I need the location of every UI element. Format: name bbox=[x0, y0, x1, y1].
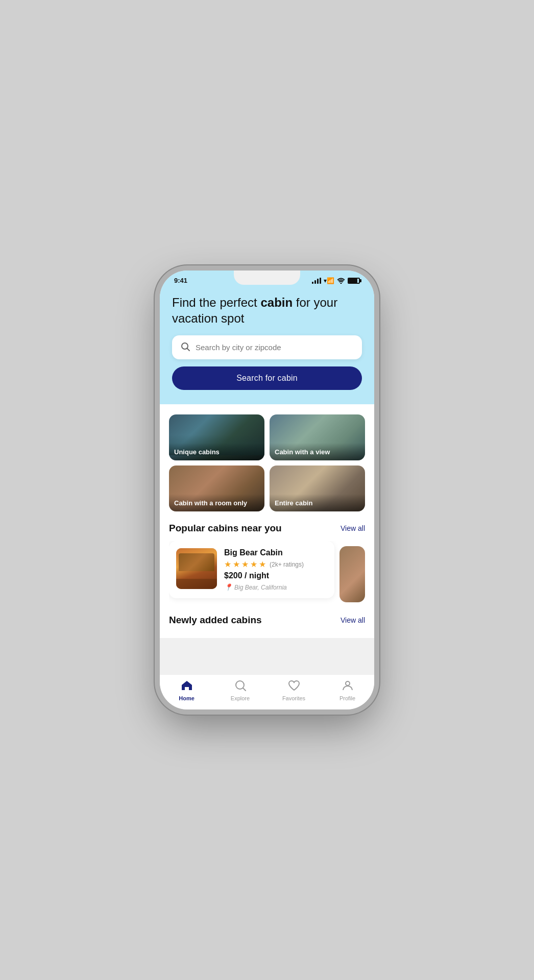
popular-title: Popular cabins near you bbox=[169, 523, 282, 534]
category-overlay: Cabin with a view bbox=[270, 443, 365, 460]
explore-icon bbox=[235, 680, 246, 693]
nav-item-favorites[interactable]: Favorites bbox=[267, 680, 321, 701]
cabin-name: Big Bear Cabin bbox=[224, 548, 327, 557]
cabin-location-text: Big Bear, California bbox=[234, 584, 287, 591]
wifi-icon bbox=[337, 278, 345, 284]
bottom-nav: Home Explore Favorites bbox=[160, 674, 374, 709]
search-input[interactable] bbox=[196, 343, 354, 352]
phone-frame: 9:41 ▾📶 Find the perfect ca bbox=[160, 271, 374, 709]
search-button[interactable]: Search for cabin bbox=[172, 366, 362, 390]
star-3: ★ bbox=[241, 559, 249, 569]
main-content: Unique cabins Cabin with a view Cabin wi… bbox=[160, 404, 374, 638]
nav-item-explore[interactable]: Explore bbox=[213, 680, 267, 701]
category-view-label: Cabin with a view bbox=[275, 448, 330, 456]
hero-title: Find the perfect cabin for your vacation… bbox=[172, 295, 362, 326]
home-icon bbox=[181, 680, 193, 693]
star-1: ★ bbox=[224, 559, 231, 569]
svg-line-2 bbox=[187, 349, 190, 351]
header-section: Find the perfect cabin for your vacation… bbox=[160, 286, 374, 404]
cabin-card-big-bear[interactable]: Big Bear Cabin ★ ★ ★ ★ ★ (2k+ ratings) $… bbox=[169, 541, 334, 598]
category-overlay: Unique cabins bbox=[169, 443, 264, 460]
nav-home-label: Home bbox=[179, 695, 195, 701]
newly-title: Newly added cabins bbox=[169, 615, 262, 626]
category-grid: Unique cabins Cabin with a view Cabin wi… bbox=[169, 414, 365, 511]
battery-icon bbox=[348, 278, 360, 284]
status-time: 9:41 bbox=[174, 277, 187, 284]
favorites-icon bbox=[288, 680, 300, 693]
screen: Find the perfect cabin for your vacation… bbox=[160, 286, 374, 674]
nav-item-home[interactable]: Home bbox=[160, 680, 213, 701]
search-icon bbox=[180, 341, 190, 353]
category-unique-label: Unique cabins bbox=[174, 448, 220, 456]
svg-point-5 bbox=[346, 681, 350, 685]
signal-icon bbox=[312, 278, 321, 284]
nav-item-profile[interactable]: Profile bbox=[321, 680, 374, 701]
star-4: ★ bbox=[250, 559, 257, 569]
cabin-thumbnail bbox=[176, 548, 217, 589]
category-overlay: Entire cabin bbox=[270, 494, 365, 511]
cabin-card-partial bbox=[339, 546, 365, 602]
star-2: ★ bbox=[233, 559, 240, 569]
nav-explore-label: Explore bbox=[231, 695, 250, 701]
star-5: ★ bbox=[259, 559, 266, 569]
notch bbox=[234, 271, 300, 285]
popular-view-all[interactable]: View all bbox=[341, 524, 365, 532]
category-entire-label: Entire cabin bbox=[275, 499, 312, 507]
category-entire[interactable]: Entire cabin bbox=[270, 465, 365, 511]
wifi-icon: ▾📶 bbox=[324, 277, 334, 284]
svg-line-4 bbox=[243, 688, 246, 691]
status-icons: ▾📶 bbox=[312, 277, 360, 284]
profile-icon bbox=[342, 680, 353, 693]
cabin-info: Big Bear Cabin ★ ★ ★ ★ ★ (2k+ ratings) $… bbox=[224, 548, 327, 591]
category-room-label: Cabin with a room only bbox=[174, 499, 247, 507]
popular-section-header: Popular cabins near you View all bbox=[169, 523, 365, 534]
cabin-price: $200 / night bbox=[224, 571, 327, 580]
search-bar[interactable] bbox=[172, 335, 362, 359]
nav-profile-label: Profile bbox=[339, 695, 355, 701]
category-unique[interactable]: Unique cabins bbox=[169, 414, 264, 460]
svg-point-0 bbox=[341, 282, 342, 284]
nav-favorites-label: Favorites bbox=[282, 695, 305, 701]
location-pin-icon: 📍 bbox=[224, 583, 232, 591]
newly-section-header: Newly added cabins View all bbox=[169, 615, 365, 626]
cabin-location: 📍 Big Bear, California bbox=[224, 583, 327, 591]
category-view[interactable]: Cabin with a view bbox=[270, 414, 365, 460]
rating-text: (2k+ ratings) bbox=[270, 561, 304, 568]
cabin-stars: ★ ★ ★ ★ ★ (2k+ ratings) bbox=[224, 559, 327, 569]
newly-view-all[interactable]: View all bbox=[341, 616, 365, 624]
category-room[interactable]: Cabin with a room only bbox=[169, 465, 264, 511]
category-overlay: Cabin with a room only bbox=[169, 494, 264, 511]
